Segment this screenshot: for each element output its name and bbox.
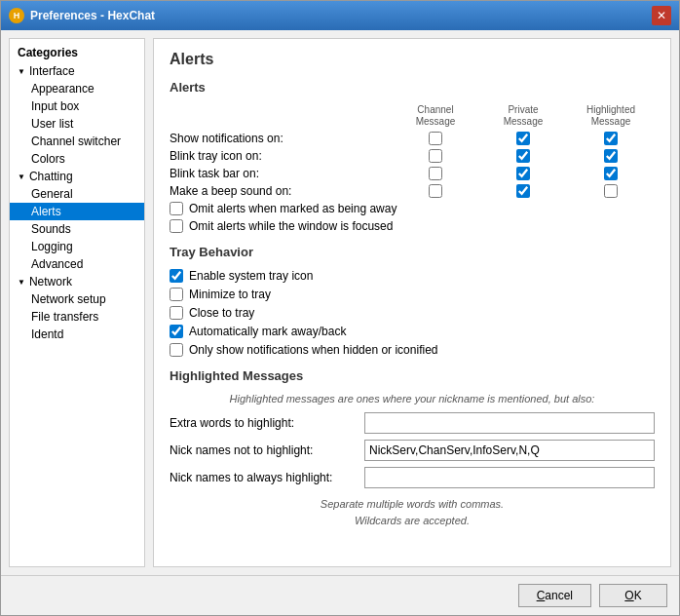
extra-words-label: Extra words to highlight:: [170, 416, 364, 430]
nick-not-highlight-row: Nick names not to highlight:: [170, 440, 655, 461]
sidebar-section-label: Chatting: [29, 170, 73, 183]
close-button[interactable]: ✕: [652, 6, 671, 25]
nick-not-highlight-input[interactable]: [364, 440, 655, 461]
tray-row-auto-away: Automatically mark away/back: [170, 325, 655, 338]
blink-taskbar-private-checkbox[interactable]: [516, 167, 530, 180]
checkbox-highlighted: [567, 149, 655, 163]
expand-icon: ▼: [18, 173, 25, 181]
minimize-tray-checkbox[interactable]: [170, 288, 183, 301]
blink-tray-channel-checkbox[interactable]: [429, 149, 442, 163]
sidebar-header: Categories: [10, 43, 144, 62]
checkbox-private: [479, 167, 567, 180]
sidebar-section-label: Network: [29, 275, 72, 289]
checkbox-channel: [392, 184, 479, 198]
auto-away-checkbox[interactable]: [170, 325, 183, 338]
checkbox-highlighted: [567, 184, 655, 198]
alerts-section-title: Alerts: [170, 80, 655, 95]
sidebar-item-sounds[interactable]: Sounds: [10, 220, 144, 238]
col-header-private: PrivateMessage: [479, 104, 567, 128]
checkbox-highlighted: [567, 132, 655, 145]
show-notifications-channel-checkbox[interactable]: [429, 132, 442, 145]
sidebar-item-logging[interactable]: Logging: [10, 238, 144, 255]
alert-row-beep: Make a beep sound on:: [170, 184, 655, 198]
sidebar-item-input-box[interactable]: Input box: [10, 97, 144, 115]
blink-taskbar-highlighted-checkbox[interactable]: [604, 167, 618, 180]
tray-row-close: Close to tray: [170, 306, 655, 320]
checkbox-private: [479, 132, 567, 145]
beep-channel-checkbox[interactable]: [429, 184, 442, 198]
notify-hidden-checkbox[interactable]: [170, 343, 183, 357]
blink-tray-highlighted-checkbox[interactable]: [604, 149, 618, 163]
alert-row-blink-taskbar: Blink task bar on:: [170, 167, 655, 180]
sidebar-section-chatting[interactable]: ▼ Chatting: [10, 168, 144, 185]
sidebar-item-channel-switcher[interactable]: Channel switcher: [10, 133, 144, 150]
cancel-label: C: [537, 589, 546, 602]
preferences-window: H Preferences - HexChat ✕ Categories ▼ I…: [0, 0, 680, 616]
expand-icon: ▼: [18, 67, 25, 76]
nick-always-highlight-input[interactable]: [364, 467, 655, 488]
show-notifications-private-checkbox[interactable]: [516, 132, 530, 145]
notify-hidden-label: Only show notifications when hidden or i…: [189, 343, 437, 357]
sidebar-item-identd[interactable]: Identd: [10, 326, 144, 343]
window-title: Preferences - HexChat: [30, 9, 646, 22]
extra-words-input[interactable]: [364, 412, 655, 434]
highlighted-section-title: Highlighted Messages: [170, 368, 655, 383]
title-bar: H Preferences - HexChat ✕: [1, 1, 679, 30]
sidebar-item-user-list[interactable]: User list: [10, 115, 144, 133]
sidebar-section-interface[interactable]: ▼ Interface: [10, 62, 144, 80]
col-header-highlighted: HighlightedMessage: [567, 104, 655, 128]
ok-button[interactable]: OK: [599, 584, 667, 607]
sidebar-item-colors[interactable]: Colors: [10, 150, 144, 168]
checkbox-private: [479, 184, 567, 198]
alert-label: Make a beep sound on:: [170, 184, 392, 198]
sidebar-item-network-setup[interactable]: Network setup: [10, 290, 144, 308]
alert-label: Blink task bar on:: [170, 167, 392, 180]
blink-taskbar-channel-checkbox[interactable]: [429, 167, 442, 180]
sidebar: Categories ▼ Interface Appearance Input …: [9, 38, 145, 567]
footer: Cancel OK: [1, 575, 679, 615]
checkbox-channel: [392, 167, 479, 180]
show-notifications-highlighted-checkbox[interactable]: [604, 132, 618, 145]
beep-private-checkbox[interactable]: [516, 184, 530, 198]
omit-focused-row: Omit alerts while the window is focused: [170, 219, 655, 233]
sidebar-item-advanced[interactable]: Advanced: [10, 255, 144, 273]
highlighted-section: Highlighted Messages Highlighted message…: [170, 368, 655, 528]
minimize-tray-label: Minimize to tray: [189, 288, 271, 301]
app-icon: H: [9, 8, 24, 23]
enable-tray-checkbox[interactable]: [170, 269, 183, 283]
sidebar-item-alerts[interactable]: Alerts: [10, 203, 144, 220]
nick-not-highlight-label: Nick names not to highlight:: [170, 443, 364, 457]
alert-label: Show notifications on:: [170, 132, 392, 145]
extra-words-row: Extra words to highlight:: [170, 412, 655, 434]
beep-highlighted-checkbox[interactable]: [604, 184, 618, 198]
ok-label: O: [624, 589, 633, 602]
alert-row-show-notifications: Show notifications on:: [170, 132, 655, 145]
omit-away-checkbox[interactable]: [170, 202, 183, 215]
close-tray-label: Close to tray: [189, 306, 254, 320]
tray-row-enable: Enable system tray icon: [170, 269, 655, 283]
omit-focused-checkbox[interactable]: [170, 219, 183, 233]
nick-always-highlight-row: Nick names to always highlight:: [170, 467, 655, 488]
col-header-channel: ChannelMessage: [392, 104, 479, 128]
tray-row-minimize: Minimize to tray: [170, 288, 655, 301]
alert-label: Blink tray icon on:: [170, 149, 392, 163]
enable-tray-label: Enable system tray icon: [189, 269, 313, 283]
cancel-button[interactable]: Cancel: [518, 584, 591, 607]
highlighted-note: Highlighted messages are ones where your…: [170, 393, 655, 404]
sidebar-item-file-transfers[interactable]: File transfers: [10, 308, 144, 326]
sidebar-section-network[interactable]: ▼ Network: [10, 273, 144, 290]
nick-always-highlight-label: Nick names to always highlight:: [170, 471, 364, 484]
checkbox-channel: [392, 132, 479, 145]
ok-rest: K: [634, 589, 642, 602]
expand-icon: ▼: [18, 278, 25, 287]
sidebar-item-appearance[interactable]: Appearance: [10, 80, 144, 97]
omit-away-label: Omit alerts when marked as being away: [189, 202, 397, 215]
close-tray-checkbox[interactable]: [170, 306, 183, 320]
form-footer-note: Separate multiple words with commas. Wil…: [170, 496, 655, 528]
sidebar-item-general[interactable]: General: [10, 185, 144, 203]
checkbox-highlighted: [567, 167, 655, 180]
cancel-rest: ancel: [545, 589, 573, 602]
checkbox-private: [479, 149, 567, 163]
blink-tray-private-checkbox[interactable]: [516, 149, 530, 163]
alert-row-blink-tray: Blink tray icon on:: [170, 149, 655, 163]
